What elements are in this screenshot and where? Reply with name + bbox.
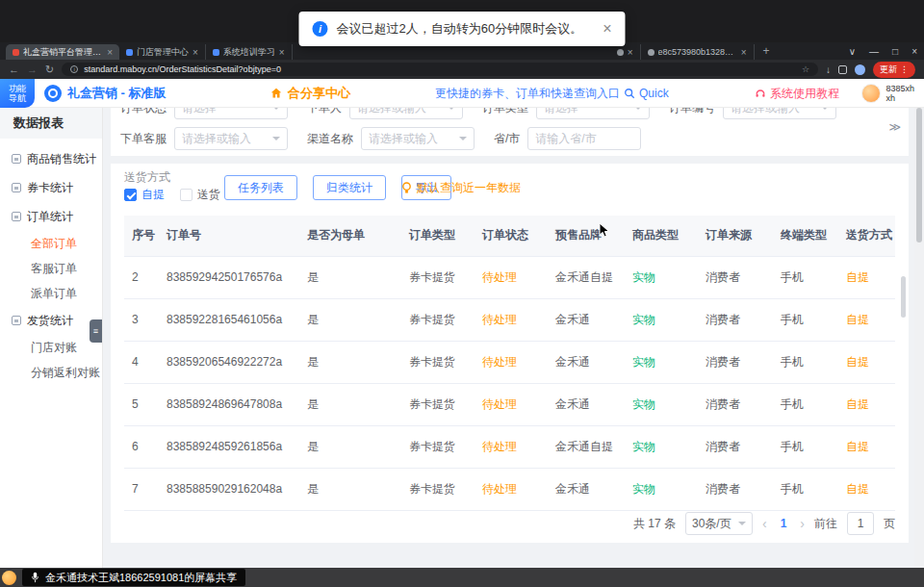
sidebar-item-coupon-card-stats[interactable]: 券卡统计 [0, 173, 102, 202]
cell-goods_type[interactable]: 实物 [625, 298, 698, 341]
download-icon[interactable]: ↓ [826, 64, 831, 75]
filter-collapse-button[interactable]: ≫ [888, 120, 901, 134]
page-size-select[interactable]: 30条/页 [685, 512, 753, 535]
province-city-input[interactable] [527, 127, 641, 150]
browser-tab-active[interactable]: 礼盒营销平台管理中心 × [6, 44, 119, 60]
page-scrollbar-thumb[interactable] [916, 108, 922, 242]
category-stats-button[interactable]: 归类统计 [313, 175, 386, 200]
minimize-icon[interactable]: — [862, 46, 886, 57]
table-scrollbar-thumb[interactable] [901, 276, 906, 318]
sidebar-item-service-orders[interactable]: 客服订单 [0, 256, 102, 281]
order-no-select[interactable]: 请选择或输入 [723, 108, 836, 119]
tab-search-chevron-icon[interactable]: ∨ [842, 46, 862, 57]
sidebar-item-shipping-stats[interactable]: 发货统计 [0, 306, 102, 335]
cell-status: 待处理 [475, 256, 548, 298]
cell-order_type: 券卡提货 [401, 298, 475, 341]
page-scrollbar[interactable] [914, 79, 924, 568]
extensions-icon[interactable] [838, 65, 847, 74]
placeholder-text: 请选择或输入 [369, 131, 438, 147]
share-center-link[interactable]: 合分享中心 [270, 79, 350, 108]
user-menu[interactable]: 8385xh xh [861, 79, 914, 108]
headset-icon [755, 88, 766, 99]
cell-no: 2 [124, 256, 159, 298]
delivery-checkbox[interactable]: 送货 [180, 187, 220, 203]
checkbox-label: 送货 [197, 187, 220, 203]
tab-title: e8c573980b1328a258fd2e6b [658, 47, 737, 57]
cell-source: 消费者 [698, 468, 773, 510]
tab-close-icon[interactable]: × [107, 47, 113, 58]
orderer-select[interactable]: 请选择或输入 [349, 108, 463, 119]
close-icon[interactable]: × [905, 46, 924, 57]
checkbox-label: 自提 [141, 187, 165, 203]
browser-tab[interactable]: × [610, 44, 641, 60]
sidebar-item-product-sales-stats[interactable]: 商品销售统计 [0, 144, 102, 173]
task-list-button[interactable]: 任务列表 [224, 175, 297, 200]
bookmark-star-icon[interactable]: ☆ [802, 64, 809, 74]
cell-goods_type[interactable]: 实物 [625, 256, 698, 298]
quick-entry-link[interactable]: 更快捷的券卡、订单和快递查询入口 [435, 79, 620, 108]
filter-label: 下单人 [307, 108, 342, 116]
forward-icon[interactable]: → [27, 64, 38, 75]
checkbox-checked-icon [124, 189, 137, 201]
column-header: 商品类型 [625, 216, 698, 256]
tab-close-icon[interactable]: × [628, 47, 633, 58]
sidebar-item-label: 订单统计 [27, 209, 73, 225]
current-page[interactable]: 1 [777, 517, 791, 530]
channel-name-select[interactable]: 请选择或输入 [361, 127, 475, 150]
sidebar-item-store-reconciliation[interactable]: 门店对账 [0, 335, 102, 360]
browser-tab[interactable]: e8c573980b1328a258fd2e6b × [641, 44, 755, 60]
column-header: 订单类型 [401, 216, 475, 256]
url-omnibox[interactable]: i standard.maboy.cn/OrderStatisticsDetai… [62, 63, 818, 76]
cell-goods_type[interactable]: 实物 [625, 341, 698, 383]
browser-profile-avatar[interactable] [855, 64, 865, 75]
cell-goods_type[interactable]: 实物 [625, 383, 698, 425]
sidebar-item-distribution-rebate[interactable]: 分销返利对账 [0, 360, 102, 385]
cell-status: 待处理 [475, 383, 548, 425]
cell-order_type: 券卡提货 [401, 468, 475, 510]
tab-close-icon[interactable]: × [741, 47, 747, 58]
pickup-checkbox[interactable]: 自提 [124, 187, 165, 203]
sidebar-collapse-handle[interactable]: ≡ [90, 319, 102, 343]
tab-close-icon[interactable]: × [279, 47, 285, 58]
order-status-select[interactable]: 请选择 [174, 108, 288, 119]
cell-source: 消费者 [698, 298, 773, 341]
browser-tab[interactable]: 门店管理中心 × [119, 44, 206, 60]
tab-close-icon[interactable]: × [192, 47, 198, 58]
sidebar-item-dispatch-orders[interactable]: 派单订单 [0, 281, 102, 306]
filter-label: 省/市 [494, 131, 520, 147]
quick-search-link[interactable]: Quick [624, 79, 669, 108]
prev-page-button[interactable]: ‹ [762, 516, 767, 531]
sidebar-section-title: 数据报表 [0, 108, 102, 139]
browser-tab[interactable]: 系统培训学习 × [206, 44, 293, 60]
screen-share-pill: 金禾通技术王斌18662591081的屏幕共享 [22, 569, 245, 586]
share-center-label: 合分享中心 [288, 85, 350, 102]
reload-icon[interactable]: ↻ [45, 64, 54, 75]
site-info-icon[interactable]: i [70, 65, 78, 73]
browser-update-button[interactable]: 更新 ⋮ [873, 62, 915, 78]
table-row: 383859228165461056a是券卡提货待处理金禾通实物消费者手机自提 [124, 298, 895, 341]
cell-goods_type[interactable]: 实物 [625, 425, 698, 468]
order-type-select[interactable]: 请选择 [536, 108, 650, 119]
app-header: 功能 导航 礼盒营销 - 标准版 合分享中心 更快捷的券卡、订单和快递查询入口 … [0, 79, 924, 108]
screen: i 会议已超过2人，自动转为60分钟限时会议。 × 礼盒营销平台管理中心 × 门… [0, 0, 924, 587]
user-avatar [861, 84, 881, 103]
pagination: 共 17 条 30条/页 ‹ 1 › 前往 页 [633, 512, 895, 535]
sidebar-item-all-orders[interactable]: 全部订单 [0, 231, 102, 256]
goto-page-input[interactable] [847, 512, 874, 535]
service-agent-select[interactable]: 请选择或输入 [174, 127, 288, 150]
query-hint: 默认查询近一年数据 [401, 180, 521, 196]
cell-delivery: 自提 [838, 298, 895, 341]
function-nav-badge[interactable]: 功能 导航 [0, 79, 35, 108]
cell-goods_type[interactable]: 实物 [625, 468, 698, 510]
column-header: 订单状态 [475, 216, 548, 256]
new-tab-button[interactable]: + [755, 44, 779, 58]
filter-field-order-type: 订单类型 请选择 [482, 108, 650, 119]
filter-label: 渠道名称 [307, 131, 353, 147]
back-icon[interactable]: ← [9, 64, 19, 75]
brand-logo-icon [44, 85, 62, 102]
sidebar-item-order-stats[interactable]: 订单统计 [0, 202, 102, 231]
tutorial-link[interactable]: 系统使用教程 [755, 79, 839, 108]
close-icon[interactable]: × [603, 20, 611, 38]
maximize-icon[interactable]: □ [886, 46, 905, 57]
next-page-button[interactable]: › [800, 516, 805, 531]
